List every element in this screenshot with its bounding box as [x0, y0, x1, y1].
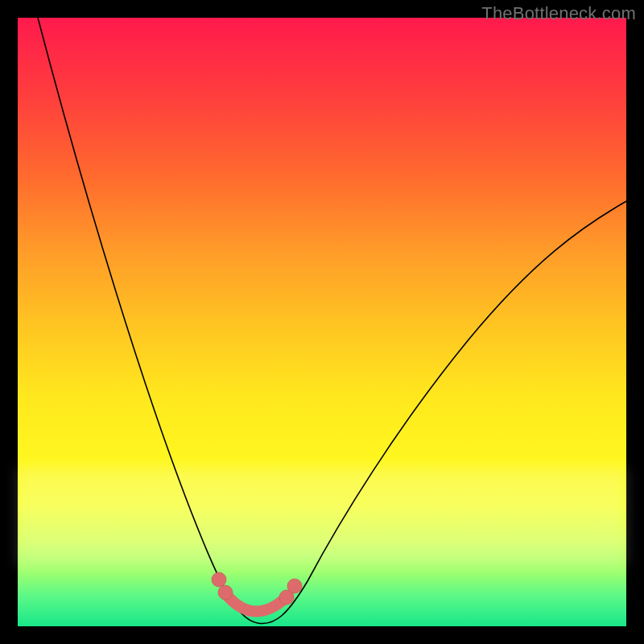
marker-dot	[287, 579, 302, 593]
chart-plot-area	[18, 18, 626, 626]
marker-dot	[218, 585, 233, 600]
bottleneck-curve-svg	[18, 18, 626, 626]
bottleneck-curve	[38, 18, 626, 624]
watermark-text: TheBottleneck.com	[481, 3, 636, 24]
marker-dot	[212, 572, 226, 587]
